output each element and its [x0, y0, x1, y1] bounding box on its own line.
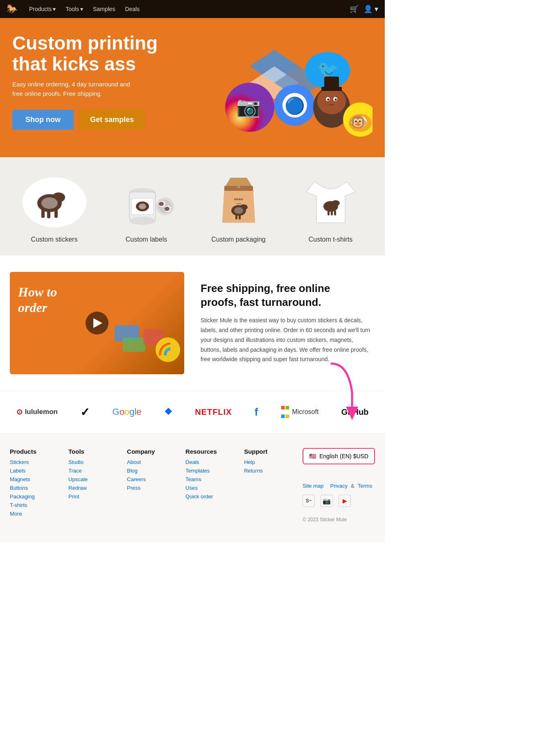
sitemap-link[interactable]: Site map — [303, 483, 323, 489]
footer-link-uses[interactable]: Uses — [185, 485, 244, 491]
hero-left: Custom printingthat kicks ass Easy onlin… — [12, 33, 192, 149]
hero-title: Custom printingthat kicks ass — [12, 33, 192, 74]
footer-link-careers[interactable]: Careers — [127, 476, 185, 482]
svg-text:mule: mule — [236, 202, 241, 205]
flag-icon: 🇺🇸 — [309, 453, 316, 459]
svg-point-43 — [165, 207, 169, 211]
footer-col-products: Products Stickers Labels Magnets Buttons… — [10, 448, 68, 523]
get-samples-button[interactable]: Get samples — [79, 110, 145, 130]
footer-link-returns[interactable]: Returns — [244, 468, 303, 474]
svg-rect-49 — [235, 215, 237, 219]
google-text: Google — [113, 407, 142, 417]
brand-microsoft: ■■ ■■ Microsoft — [281, 403, 319, 421]
svg-rect-58 — [123, 337, 145, 352]
svg-point-30 — [41, 197, 58, 209]
footer-link-about[interactable]: About — [127, 459, 185, 465]
labels-image — [110, 170, 183, 231]
svg-text:🐵: 🐵 — [349, 113, 367, 131]
svg-text:sticker: sticker — [234, 198, 243, 201]
footer-link-more[interactable]: More — [10, 511, 68, 517]
lululemon-text: lululemon — [25, 408, 58, 416]
footer-ampersand: & — [351, 483, 355, 489]
nav-products-label: Products — [29, 6, 52, 12]
brand-nike: ✓ — [80, 405, 90, 419]
packaging-image: sticker mule — [202, 170, 275, 231]
microsoft-text: Microsoft — [292, 408, 318, 416]
brand-github: GitHub — [341, 407, 369, 417]
instagram-social-icon[interactable]: 📷 — [321, 495, 333, 507]
tshirts-label: Custom t-shirts — [309, 236, 353, 243]
video-wrapper: How toorder 🌈 — [10, 272, 184, 374]
youtube-icon: ▶ — [343, 498, 347, 504]
github-text: GitHub — [341, 407, 369, 417]
product-tshirts[interactable]: Custom t-shirts — [285, 170, 377, 243]
footer-link-blog[interactable]: Blog — [127, 468, 185, 474]
svg-text:🔵: 🔵 — [285, 96, 305, 115]
footer-link-stickers[interactable]: Stickers — [10, 459, 68, 465]
video-thumbnail[interactable]: How toorder 🌈 — [10, 272, 184, 374]
privacy-link[interactable]: Privacy — [330, 483, 348, 489]
footer-link-help[interactable]: Help — [244, 459, 303, 465]
footer-link-deals[interactable]: Deals — [185, 459, 244, 465]
product-packaging[interactable]: sticker mule Custom packaging — [192, 170, 285, 243]
microsoft-icon: ■■ ■■ — [281, 403, 290, 421]
footer-link-templates[interactable]: Templates — [185, 468, 244, 474]
svg-rect-54 — [327, 210, 330, 215]
nike-swoosh-icon: ✓ — [80, 405, 90, 419]
shop-now-button[interactable]: Shop now — [12, 110, 74, 130]
video-play-button[interactable] — [86, 312, 108, 335]
footer-link-packaging[interactable]: Packaging — [10, 493, 68, 500]
nav-products[interactable]: Products ▾ — [25, 3, 60, 15]
nav-tools[interactable]: Tools ▾ — [61, 3, 87, 15]
dropbox-icon: ❖ — [164, 407, 172, 417]
stickermule-social-icon[interactable]: S~ — [303, 495, 315, 507]
footer-link-redraw[interactable]: Redraw — [68, 485, 127, 491]
hero-right: 🐦 📷 🔵 — [192, 33, 373, 149]
footer-link-labels[interactable]: Labels — [10, 468, 68, 474]
tools-dropdown-icon: ▾ — [80, 6, 83, 12]
brand-netflix: NETFLIX — [195, 407, 232, 417]
footer-link-quickorder[interactable]: Quick order — [185, 493, 244, 500]
footer-link-magnets[interactable]: Magnets — [10, 476, 68, 482]
footer-col-support: Support Help Returns — [244, 448, 303, 523]
footer-link-upscale[interactable]: Upscale — [68, 476, 127, 482]
footer-col-resources: Resources Deals Templates Teams Uses Qui… — [185, 448, 244, 523]
youtube-social-icon[interactable]: ▶ — [339, 495, 351, 507]
terms-link[interactable]: Terms — [358, 483, 372, 489]
nav-samples-label: Samples — [93, 6, 115, 12]
video-section-title: Free shipping, free onlineproofs, fast t… — [201, 282, 375, 310]
cart-button[interactable]: 🛒 — [350, 5, 359, 14]
footer-link-tshirts[interactable]: T-shirts — [10, 502, 68, 508]
sm-icon: S~ — [306, 498, 312, 504]
stickers-label: Custom stickers — [31, 236, 78, 243]
packaging-label: Custom packaging — [211, 236, 266, 243]
video-info: Free shipping, free onlineproofs, fast t… — [201, 282, 375, 365]
nav-deals[interactable]: Deals — [121, 3, 144, 15]
footer-link-studio[interactable]: Studio — [68, 459, 127, 465]
footer-copyright: © 2023 Sticker Mule — [303, 517, 347, 523]
nav-samples[interactable]: Samples — [89, 3, 119, 15]
nav-icons: 🛒 👤 ▾ — [350, 5, 378, 14]
svg-rect-50 — [239, 215, 241, 219]
svg-point-51 — [234, 207, 243, 214]
svg-text:🌈: 🌈 — [158, 342, 172, 356]
footer-link-buttons[interactable]: Buttons — [10, 485, 68, 491]
play-triangle-icon — [93, 318, 102, 328]
brand-google: Google — [113, 407, 142, 417]
footer-link-trace[interactable]: Trace — [68, 468, 127, 474]
svg-point-18 — [335, 99, 337, 101]
site-logo[interactable]: 🐎 — [7, 4, 18, 14]
video-description: Sticker Mule is the easiest way to buy c… — [201, 316, 375, 364]
product-labels[interactable]: Custom labels — [100, 170, 192, 243]
hero-illustration: 🐦 📷 🔵 — [201, 34, 373, 148]
user-account-button[interactable]: 👤 ▾ — [364, 5, 378, 14]
footer-link-teams[interactable]: Teams — [185, 476, 244, 482]
footer-link-print[interactable]: Print — [68, 493, 127, 500]
language-selector-button[interactable]: 🇺🇸 English (EN) $USD — [303, 448, 375, 464]
svg-text:📷: 📷 — [236, 95, 261, 118]
product-stickers[interactable]: Custom stickers — [8, 170, 100, 243]
svg-point-17 — [327, 99, 330, 101]
footer-link-press[interactable]: Press — [127, 485, 185, 491]
nav-deals-label: Deals — [125, 6, 140, 12]
svg-rect-56 — [334, 210, 336, 215]
